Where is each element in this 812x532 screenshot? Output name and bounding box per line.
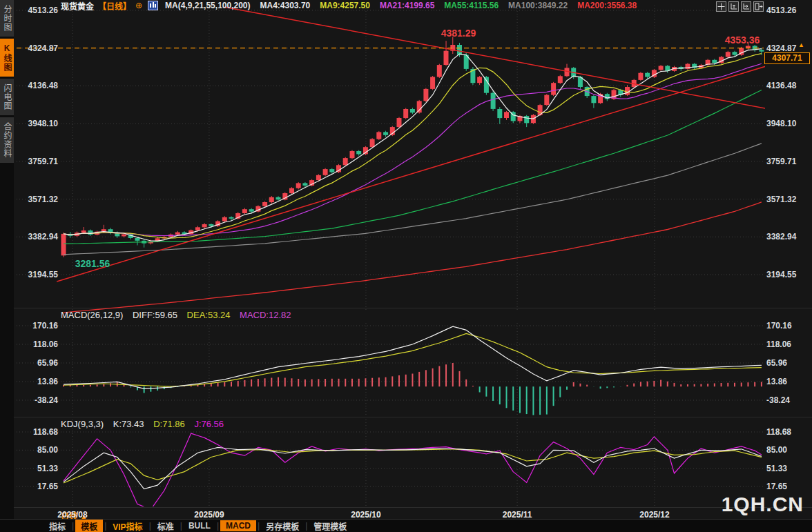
axis-tick-r-17.65: 17.65 [766, 482, 811, 491]
recent-high-label: 4353.36 [725, 35, 760, 46]
level-marker-icon[interactable]: ▲ [798, 41, 804, 48]
zoom-axis-up-icon[interactable] [728, 1, 739, 12]
date-label-2025/10: 2025/10 [351, 510, 380, 520]
axis-tick-l-17.65: 17.65 [15, 482, 58, 491]
ma-values-row: MA(4,9,21,55,100,200)MA4:4303.70MA9:4257… [165, 1, 637, 10]
left-sidebar: 分时图K线图闪电图合约资料 [0, 0, 14, 532]
chart-canvas[interactable] [0, 0, 812, 532]
toolbar-button-管理模板[interactable]: 管理模板 [307, 520, 353, 532]
macd-diff-value: DIFF:59.65 [133, 310, 177, 320]
ma-value-2: MA21:4199.65 [380, 1, 434, 10]
kdj-d-value: D:71.86 [153, 419, 185, 429]
axis-tick-l-170.16: 170.16 [15, 321, 58, 331]
toolbar-separator: | [72, 521, 74, 531]
axis-tick-r-3382.94: 3382.94 [766, 232, 811, 242]
axis-tick-l-118.68: 118.68 [15, 427, 58, 437]
axis-tick-l-3759.71: 3759.71 [15, 157, 58, 166]
ma-value-0: MA4:4303.70 [260, 1, 311, 10]
toolbar-button-MACD[interactable]: MACD [220, 520, 256, 531]
chart-type-icon[interactable] [148, 1, 158, 10]
ma-value-3: MA55:4115.56 [444, 1, 499, 10]
axis-tick-r-4136.48: 4136.48 [766, 81, 811, 90]
charting-app: 分时图K线图闪电图合约资料 现货黄金 【日线】 ⊕ MA(4,9,21,55,1… [0, 0, 812, 532]
axis-tick-r-3571.32: 3571.32 [766, 195, 811, 204]
axis-tick-l-4324.87: 4324.87 [15, 43, 58, 53]
ma-value-5: MA200:3556.38 [577, 1, 637, 10]
exit-chart-icon[interactable] [753, 1, 764, 12]
watermark: 1QH.CN [722, 493, 804, 516]
axis-tick-r-3948.1: 3948.10 [766, 119, 811, 128]
axis-tick-l-4136.48: 4136.48 [15, 81, 58, 90]
axis-tick-l-3571.32: 3571.32 [15, 195, 58, 204]
axis-tick-r-65.96: 65.96 [766, 358, 811, 368]
kdj-j-value: J:76.56 [194, 419, 224, 429]
ma-value-4: MA100:3849.22 [508, 1, 568, 10]
axis-tick-l-3194.55: 3194.55 [15, 270, 58, 279]
toolbar-button-另存模板[interactable]: 另存模板 [260, 520, 305, 532]
sidebar-tab-合约资料[interactable]: 合约资料 [0, 117, 14, 163]
move-icon[interactable] [716, 1, 726, 12]
axis-tick-r-118.68: 118.68 [766, 427, 811, 437]
axis-tick-l-3948.1: 3948.10 [15, 119, 58, 128]
axis-tick-l-13.86: 13.86 [15, 377, 58, 386]
toolbar-button-标准[interactable]: 标准 [151, 520, 180, 532]
date-label-2025/08: 2025/08 [57, 510, 87, 520]
toolbar-separator: | [217, 521, 219, 531]
kdj-panel-header[interactable]: KDJ(9,3,3) K:73.43 D:71.86 J:76.56 [61, 419, 231, 429]
axis-tick-r-3194.55: 3194.55 [766, 270, 811, 279]
toolbar-button-BULL[interactable]: BULL [182, 521, 217, 531]
axis-tick-l--38.24: -38.24 [15, 395, 58, 405]
macd-dea-value: DEA:53.24 [187, 310, 231, 320]
axis-tick-l-3382.94: 3382.94 [15, 232, 58, 242]
axis-tick-l-65.96: 65.96 [15, 358, 58, 368]
toolbar-button-模板[interactable]: 模板 [75, 520, 103, 532]
axis-tick-r-3759.71: 3759.71 [766, 157, 811, 166]
toolbar-button-指标[interactable]: 指标 [43, 520, 72, 532]
axis-tick-r-51.33: 51.33 [766, 464, 811, 473]
symbol-name: 现货黄金 [61, 0, 94, 12]
toolbar-button-VIP指标[interactable]: VIP指标 [106, 520, 148, 532]
date-label-2025/09: 2025/09 [194, 510, 224, 520]
swing-low-label: 3281.56 [75, 258, 110, 269]
date-label-2025/11: 2025/11 [503, 510, 532, 520]
macd-panel-header[interactable]: MACD(26,12,9) DIFF:59.65 DEA:53.24 MACD:… [61, 310, 298, 320]
axis-tick-l-51.33: 51.33 [15, 464, 58, 473]
axis-tick-l-85: 85.00 [15, 445, 58, 455]
date-label-2025/12: 2025/12 [639, 510, 669, 520]
macd-title: MACD(26,12,9) [61, 310, 123, 320]
sidebar-tab-分时图[interactable]: 分时图 [0, 0, 14, 37]
kdj-k-value: K:73.43 [113, 419, 144, 429]
indicator-toolbar: 指标|模板|VIP指标|标准|BULL|MACD|另存模板|管理模板 [0, 519, 812, 532]
sidebar-tab-闪电图[interactable]: 闪电图 [0, 79, 14, 115]
ma-value-1: MA9:4257.50 [320, 1, 370, 10]
sidebar-tab-K线图[interactable]: K线图 [0, 39, 14, 77]
axis-tick-r--38.24: -38.24 [766, 395, 811, 405]
kdj-title: KDJ(9,3,3) [61, 419, 104, 429]
chart-header: 现货黄金 【日线】 ⊕ MA(4,9,21,55,100,200)MA4:430… [14, 0, 812, 11]
axis-tick-l-118.06: 118.06 [15, 339, 58, 349]
axis-tick-r-170.16: 170.16 [766, 321, 811, 331]
axis-tick-r-85: 85.00 [766, 445, 811, 455]
period-label[interactable]: 【日线】 [98, 0, 131, 12]
axis-tick-r-118.06: 118.06 [766, 339, 811, 349]
zoom-axis-right-icon[interactable] [741, 1, 751, 12]
swing-high-label: 4381.29 [441, 28, 476, 39]
expand-circle-icon[interactable]: ⊕ [135, 1, 142, 10]
last-price-box: 4307.71 [764, 52, 810, 64]
chart-toolbar-icons [716, 1, 764, 12]
axis-tick-r-13.86: 13.86 [766, 377, 811, 386]
macd-macd-value: MACD:12.82 [240, 310, 291, 320]
ma-params: MA(4,9,21,55,100,200) [165, 1, 250, 10]
